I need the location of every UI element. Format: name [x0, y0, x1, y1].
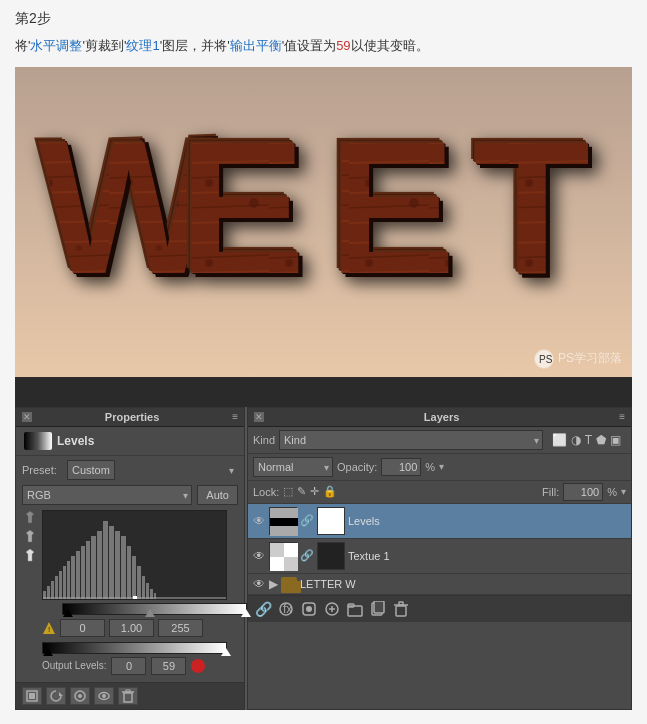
properties-menu-btn[interactable]: ≡: [232, 411, 238, 422]
svg-rect-47: [154, 593, 156, 600]
visibility-btn[interactable]: [94, 687, 114, 705]
lock-all-btn[interactable]: 🔒: [323, 485, 337, 498]
svg-rect-67: [270, 557, 284, 571]
layers-menu-btn[interactable]: ≡: [619, 411, 625, 422]
svg-rect-35: [91, 536, 96, 600]
lock-transparency-btn[interactable]: ⬚: [283, 485, 293, 498]
input-values-row: !: [42, 619, 238, 637]
link-layers-btn[interactable]: 🔗: [253, 600, 273, 618]
layers-panel: ✕ Layers ≡ Kind Kind ⬜ ◑: [247, 407, 632, 710]
new-layer-btn[interactable]: [368, 600, 388, 618]
instruction-text3: '值设置为: [282, 38, 336, 53]
svg-rect-59: [124, 693, 132, 702]
smart-object-icon[interactable]: ▣: [610, 433, 621, 447]
fill-arrow[interactable]: ▾: [621, 486, 626, 497]
layer-name-levels: Levels: [348, 515, 627, 527]
output-black-handle[interactable]: [43, 648, 53, 656]
svg-marker-54: [59, 692, 63, 696]
canvas-letters: W W W E E E E: [15, 77, 632, 337]
properties-close-btn[interactable]: ✕: [22, 412, 32, 422]
clip-to-layer-btn[interactable]: [22, 687, 42, 705]
white-point-handle[interactable]: [241, 609, 251, 617]
input-min-value[interactable]: [60, 619, 105, 637]
group-expand-arrow[interactable]: ▶: [269, 577, 278, 591]
midpoint-handle[interactable]: [145, 609, 155, 617]
lock-paint-btn[interactable]: ✎: [297, 485, 306, 498]
texture-thumbnail1: [269, 542, 297, 570]
blend-select-wrapper: Normal: [253, 457, 333, 477]
input-gamma-value[interactable]: [109, 619, 154, 637]
auto-button[interactable]: Auto: [197, 485, 238, 505]
view-previous-btn[interactable]: [70, 687, 90, 705]
levels-thumbnail: [269, 507, 297, 535]
black-point-eyedropper[interactable]: [22, 510, 38, 526]
output-levels-slider[interactable]: [42, 642, 227, 654]
input-max-value[interactable]: [158, 619, 203, 637]
output-white-handle[interactable]: [221, 648, 231, 656]
svg-rect-27: [55, 576, 58, 600]
layers-close-btn[interactable]: ✕: [254, 412, 264, 422]
delete-layer-btn[interactable]: [391, 600, 411, 618]
kind-select-wrapper: Kind: [279, 430, 543, 450]
fill-label: Fill:: [542, 486, 559, 498]
channel-select[interactable]: RGB: [22, 485, 192, 505]
layer-group-letterw[interactable]: 👁 ▶ LETTER W: [248, 574, 631, 595]
svg-rect-26: [51, 581, 54, 600]
pixel-layer-icon[interactable]: ⬜: [552, 433, 567, 447]
output-warning-dot: [191, 659, 205, 673]
svg-point-56: [78, 694, 82, 698]
layer-visibility-levels[interactable]: 👁: [252, 514, 266, 528]
output-min-input[interactable]: [111, 657, 146, 675]
blend-select[interactable]: Normal: [253, 457, 333, 477]
lock-move-btn[interactable]: ✛: [310, 485, 319, 498]
properties-title: Properties: [105, 411, 159, 423]
levels-title: Levels: [57, 434, 94, 448]
preset-select[interactable]: Custom: [67, 460, 115, 480]
svg-text:PS: PS: [539, 354, 553, 365]
fill-input[interactable]: [563, 483, 603, 501]
svg-rect-66: [284, 543, 298, 557]
new-adjustment-btn[interactable]: [322, 600, 342, 618]
svg-rect-29: [63, 566, 66, 600]
svg-rect-68: [284, 557, 298, 571]
preset-select-wrapper: Custom: [67, 460, 238, 480]
layer-link-icon-texture: 🔗: [300, 549, 314, 562]
preset-row: Preset: Custom: [22, 460, 238, 480]
svg-point-58: [102, 694, 106, 698]
delete-btn[interactable]: [118, 687, 138, 705]
page-wrapper: 第2步 将'水平调整'剪裁到'纹理1'图层，并将'输出平衡'值设置为59以使其变…: [0, 0, 647, 720]
black-point-handle[interactable]: [63, 609, 73, 617]
layer-visibility-group[interactable]: 👁: [252, 577, 266, 591]
workspace: W W W E E E E: [15, 67, 632, 710]
white-point-eyedropper[interactable]: [22, 548, 38, 564]
svg-rect-83: [399, 602, 403, 605]
kind-select[interactable]: Kind: [279, 430, 543, 450]
input-levels-slider[interactable]: [62, 603, 247, 615]
svg-rect-36: [97, 531, 102, 600]
output-label: Output Levels:: [42, 660, 106, 671]
svg-rect-53: [29, 693, 35, 699]
add-style-btn[interactable]: fx: [276, 600, 296, 618]
type-layer-icon[interactable]: T: [585, 433, 592, 447]
svg-text:T: T: [474, 101, 595, 313]
svg-rect-81: [396, 606, 406, 616]
adjustment-layer-icon[interactable]: ◑: [571, 433, 581, 447]
bottom-strip: [15, 377, 632, 407]
svg-rect-38: [109, 526, 114, 600]
svg-rect-41: [127, 546, 131, 600]
opacity-input[interactable]: [381, 458, 421, 476]
input-slider-container: [42, 603, 238, 615]
reset-btn[interactable]: [46, 687, 66, 705]
layer-item-texture[interactable]: 👁 🔗 Textue 1: [248, 539, 631, 574]
layer-visibility-texture[interactable]: 👁: [252, 549, 266, 563]
layer-item-levels[interactable]: 👁 🔗 Levels: [248, 504, 631, 539]
shape-layer-icon[interactable]: ⬟: [596, 433, 606, 447]
histogram-container: [22, 510, 238, 600]
opacity-arrow[interactable]: ▾: [439, 461, 444, 472]
instruction-text1: '剪裁到': [82, 38, 126, 53]
properties-panel: ✕ Properties ≡ Levels Preset: Custom: [15, 407, 245, 710]
new-group-btn[interactable]: [345, 600, 365, 618]
gray-point-eyedropper[interactable]: [22, 529, 38, 545]
add-mask-btn[interactable]: [299, 600, 319, 618]
output-max-input[interactable]: [151, 657, 186, 675]
